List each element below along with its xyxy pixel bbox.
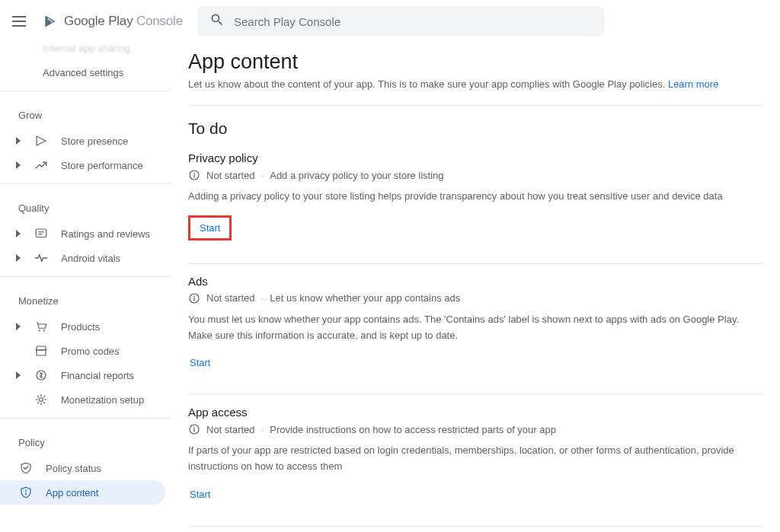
search-bar[interactable] bbox=[197, 6, 604, 37]
divider bbox=[0, 183, 171, 184]
shield-check-icon bbox=[18, 460, 34, 476]
start-button[interactable]: Start bbox=[188, 486, 212, 503]
chevron-right-icon bbox=[15, 371, 21, 379]
sidebar-item-policy-status[interactable]: Policy status bbox=[0, 456, 171, 480]
svg-point-6 bbox=[40, 398, 43, 402]
sidebar-item-truncated: Internal app sharing bbox=[0, 43, 171, 60]
separator-dot: · bbox=[261, 170, 264, 181]
reviews-icon bbox=[34, 226, 49, 241]
status-text: Not started bbox=[206, 424, 255, 435]
sidebar-item-advanced-settings[interactable]: Advanced settings bbox=[0, 60, 171, 84]
status-hint: Let us know whether your app contains ad… bbox=[270, 292, 460, 304]
sidebar-heading-policy: Policy bbox=[0, 425, 171, 456]
trending-up-icon bbox=[34, 158, 49, 173]
sidebar-item-label: Promo codes bbox=[61, 346, 120, 357]
card-description: If parts of your app are restricted base… bbox=[188, 443, 763, 475]
search-icon bbox=[209, 12, 225, 30]
svg-point-10 bbox=[193, 173, 195, 174]
info-icon bbox=[188, 169, 200, 181]
sidebar-item-label: App content bbox=[46, 487, 98, 499]
sidebar-item-label: Financial reports bbox=[61, 370, 134, 381]
svg-point-13 bbox=[193, 295, 195, 297]
sidebar-item-store-presence[interactable]: Store presence bbox=[0, 129, 171, 153]
shield-info-icon bbox=[18, 485, 34, 500]
page-subtitle: Let us know about the content of your ap… bbox=[188, 78, 763, 90]
svg-point-3 bbox=[39, 330, 40, 331]
logo-text: Google Play Console bbox=[64, 14, 183, 29]
play-triangle-icon bbox=[43, 14, 58, 29]
status-hint: Add a privacy policy to your store listi… bbox=[270, 170, 443, 181]
status-text: Not started bbox=[206, 292, 255, 304]
money-icon bbox=[34, 368, 49, 383]
top-bar: Google Play Console bbox=[0, 0, 780, 43]
storefront-icon bbox=[34, 343, 49, 358]
vitals-icon bbox=[34, 250, 49, 266]
learn-more-link[interactable]: Learn more bbox=[668, 78, 718, 90]
status-row: Not started · Provide instructions on ho… bbox=[188, 423, 763, 435]
status-text: Not started bbox=[206, 170, 255, 181]
card-title: App access bbox=[188, 406, 763, 419]
sidebar-item-app-content[interactable]: App content bbox=[0, 480, 165, 505]
sidebar-item-promo-codes[interactable]: Promo codes bbox=[0, 339, 171, 363]
svg-point-7 bbox=[25, 490, 27, 492]
sidebar-heading-grow: Grow bbox=[0, 97, 171, 129]
gear-icon bbox=[34, 392, 49, 407]
info-icon bbox=[188, 423, 200, 435]
sidebar-item-monetization-setup[interactable]: Monetization setup bbox=[0, 387, 171, 412]
chevron-right-icon bbox=[15, 230, 21, 237]
svg-point-4 bbox=[43, 330, 45, 331]
divider bbox=[188, 526, 763, 527]
separator-dot: · bbox=[261, 292, 264, 304]
sidebar-item-label: Ratings and reviews bbox=[61, 228, 150, 240]
divider bbox=[0, 91, 171, 91]
sidebar: Internal app sharing Advanced settings G… bbox=[0, 43, 171, 532]
sidebar-item-ratings-reviews[interactable]: Ratings and reviews bbox=[0, 221, 171, 246]
divider bbox=[188, 394, 763, 395]
divider bbox=[188, 105, 763, 106]
card-title: Ads bbox=[188, 275, 763, 288]
sidebar-item-label: Monetization setup bbox=[61, 394, 144, 406]
sidebar-item-financial-reports[interactable]: Financial reports bbox=[0, 363, 171, 387]
store-presence-icon bbox=[34, 133, 49, 148]
status-hint: Provide instructions on how to access re… bbox=[270, 424, 556, 435]
start-button[interactable]: Start bbox=[188, 354, 212, 371]
page-title: App content bbox=[188, 50, 763, 74]
start-button[interactable]: Start bbox=[198, 219, 222, 237]
chevron-right-icon bbox=[15, 137, 21, 145]
card-title: Privacy policy bbox=[188, 151, 763, 164]
sidebar-item-products[interactable]: Products bbox=[0, 314, 171, 339]
sidebar-heading-monetize: Monetize bbox=[0, 283, 171, 314]
main-content: App content Let us know about the conten… bbox=[171, 43, 780, 532]
separator-dot: · bbox=[261, 424, 264, 435]
highlight-annotation: Start bbox=[188, 215, 232, 241]
divider bbox=[0, 418, 171, 419]
divider bbox=[188, 263, 763, 264]
sidebar-item-label: Products bbox=[61, 321, 100, 333]
sidebar-item-label: Android vitals bbox=[61, 253, 120, 264]
divider bbox=[0, 276, 171, 277]
svg-point-16 bbox=[193, 427, 195, 428]
svg-rect-0 bbox=[36, 229, 46, 237]
sidebar-heading-quality: Quality bbox=[0, 190, 171, 221]
chevron-right-icon bbox=[15, 161, 21, 169]
status-row: Not started · Let us know whether your a… bbox=[188, 292, 763, 304]
logo[interactable]: Google Play Console bbox=[43, 14, 183, 29]
cart-icon bbox=[34, 319, 49, 334]
search-input[interactable] bbox=[234, 15, 592, 28]
chevron-right-icon bbox=[15, 254, 21, 262]
sidebar-item-android-vitals[interactable]: Android vitals bbox=[0, 246, 171, 270]
menu-icon[interactable] bbox=[12, 12, 30, 30]
status-row: Not started · Add a privacy policy to yo… bbox=[188, 169, 763, 181]
card-privacy-policy: Privacy policy Not started · Add a priva… bbox=[188, 151, 763, 253]
sidebar-item-store-performance[interactable]: Store performance bbox=[0, 153, 171, 177]
card-ads: Ads Not started · Let us know whether yo… bbox=[188, 275, 763, 384]
todo-heading: To do bbox=[188, 119, 763, 138]
sidebar-item-label: Policy status bbox=[46, 463, 101, 474]
card-app-access: App access Not started · Provide instruc… bbox=[188, 406, 763, 515]
card-description: You must let us know whether your app co… bbox=[188, 312, 763, 344]
sidebar-item-label: Store performance bbox=[61, 160, 143, 171]
info-icon bbox=[188, 292, 200, 304]
card-description: Adding a privacy policy to your store li… bbox=[188, 189, 763, 205]
sidebar-item-label: Store presence bbox=[61, 135, 128, 147]
chevron-right-icon bbox=[15, 323, 21, 330]
